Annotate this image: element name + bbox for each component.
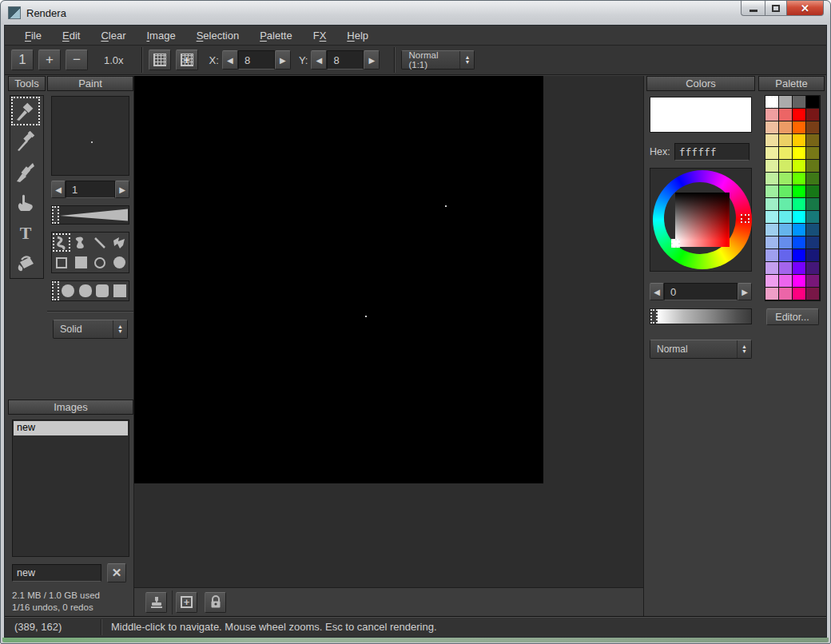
palette-swatch[interactable] xyxy=(805,146,820,160)
trans-value[interactable]: 0 xyxy=(664,283,738,300)
palette-swatch[interactable] xyxy=(778,121,793,134)
palette-swatch[interactable] xyxy=(805,121,820,134)
stroke-weight-slider[interactable] xyxy=(51,205,129,225)
menu-palette[interactable]: Palette xyxy=(249,27,303,44)
brush-size-value[interactable]: 1 xyxy=(66,181,115,198)
palette-swatch[interactable] xyxy=(778,287,793,300)
palette-swatch[interactable] xyxy=(765,197,779,211)
images-list[interactable]: new xyxy=(12,419,129,557)
minimize-button[interactable] xyxy=(741,1,765,16)
stroke-freehand-button[interactable] xyxy=(52,233,71,252)
trans-decrement[interactable]: ◀ xyxy=(650,283,664,300)
palette-swatch[interactable] xyxy=(765,159,779,173)
origin-button[interactable]: + xyxy=(176,592,197,613)
stroke-rect-button[interactable] xyxy=(52,252,71,272)
tool-paint-button[interactable] xyxy=(10,96,41,126)
palette-swatch[interactable] xyxy=(805,248,820,262)
tool-fill-button[interactable] xyxy=(10,248,41,278)
maximize-button[interactable] xyxy=(765,1,787,16)
palette-swatch[interactable] xyxy=(778,172,793,185)
blend-mode-dropdown[interactable]: Normal ▲▼ xyxy=(650,340,752,359)
tool-offset-button[interactable] xyxy=(10,187,41,217)
stroke-region-button[interactable] xyxy=(71,233,90,252)
palette-swatch[interactable] xyxy=(765,261,779,275)
palette-swatch[interactable] xyxy=(765,95,779,109)
tool-crop-button[interactable] xyxy=(10,157,41,187)
stroke-line-button[interactable] xyxy=(90,233,109,252)
grid-x-value[interactable]: 8 xyxy=(238,50,275,70)
stroke-polygon-button[interactable] xyxy=(109,233,129,252)
palette-swatch[interactable] xyxy=(792,95,806,109)
palette-swatch[interactable] xyxy=(792,236,806,249)
palette-swatch[interactable] xyxy=(765,274,779,288)
palette-swatch[interactable] xyxy=(805,274,820,288)
palette-swatch[interactable] xyxy=(765,210,779,224)
brush-size-increment[interactable]: ▶ xyxy=(115,181,129,198)
brush-size-decrement[interactable]: ◀ xyxy=(51,181,66,198)
palette-swatch[interactable] xyxy=(805,236,820,249)
clone-stamp-button[interactable] xyxy=(145,592,167,613)
zoom-out-button[interactable]: − xyxy=(66,50,88,70)
palette-editor-button[interactable]: Editor... xyxy=(766,308,819,325)
grid-y-value[interactable]: 8 xyxy=(327,50,364,70)
palette-swatch[interactable] xyxy=(765,185,779,198)
palette-swatch[interactable] xyxy=(765,108,779,121)
palette-swatch[interactable] xyxy=(778,210,793,224)
palette-swatch[interactable] xyxy=(805,287,820,300)
constrain-button[interactable] xyxy=(205,592,226,613)
palette-swatch[interactable] xyxy=(765,287,779,300)
palette-swatch[interactable] xyxy=(778,223,793,237)
grid-x-increment[interactable]: ▶ xyxy=(275,50,291,70)
stroke-oval-button[interactable] xyxy=(90,252,109,272)
palette-swatch[interactable] xyxy=(765,133,779,147)
zoom-one-button[interactable]: 1 xyxy=(11,50,34,70)
palette-swatch[interactable] xyxy=(765,223,779,237)
tool-getcolor-button[interactable] xyxy=(10,126,41,157)
brush-edge-slider[interactable] xyxy=(51,280,129,301)
palette-swatch[interactable] xyxy=(805,172,820,185)
palette-swatch[interactable] xyxy=(805,108,820,121)
menu-image[interactable]: Image xyxy=(136,27,185,44)
palette-swatch[interactable] xyxy=(765,236,779,249)
color-wheel[interactable] xyxy=(650,168,752,272)
grid-y-decrement[interactable]: ◀ xyxy=(311,50,327,70)
palette-swatch[interactable] xyxy=(778,236,793,249)
palette-swatch[interactable] xyxy=(792,261,806,275)
gradient-handle[interactable] xyxy=(650,309,658,324)
saturation-marker[interactable] xyxy=(671,239,680,248)
palette-swatch[interactable] xyxy=(792,108,806,121)
slider-handle[interactable] xyxy=(52,206,59,224)
palette-swatch[interactable] xyxy=(805,95,820,109)
paint-mode-dropdown[interactable]: Solid ▲▼ xyxy=(53,320,128,339)
trans-increment[interactable]: ▶ xyxy=(738,283,752,300)
canvas[interactable] xyxy=(134,76,543,483)
palette-swatch[interactable] xyxy=(805,210,820,224)
palette-swatch[interactable] xyxy=(778,248,793,262)
palette-swatch[interactable] xyxy=(792,121,806,134)
palette-swatch[interactable] xyxy=(792,146,806,160)
palette-swatch[interactable] xyxy=(805,223,820,237)
grid-snap-button[interactable] xyxy=(176,50,198,70)
palette-swatch[interactable] xyxy=(792,172,806,185)
palette-swatch[interactable] xyxy=(805,261,820,275)
palette-swatch[interactable] xyxy=(778,197,793,211)
close-image-button[interactable]: ✕ xyxy=(107,563,126,582)
palette-swatch[interactable] xyxy=(792,159,806,173)
menu-file[interactable]: File xyxy=(14,27,52,44)
menu-edit[interactable]: Edit xyxy=(52,27,90,44)
palette-swatch[interactable] xyxy=(792,210,806,224)
close-button[interactable]: ✕ xyxy=(787,1,824,16)
palette-swatch[interactable] xyxy=(792,223,806,237)
palette-swatch[interactable] xyxy=(805,185,820,198)
palette-swatch[interactable] xyxy=(765,172,779,185)
image-list-item[interactable]: new xyxy=(14,421,128,435)
stroke-filled-oval-button[interactable] xyxy=(109,252,129,272)
hex-input[interactable] xyxy=(674,143,749,161)
palette-swatch[interactable] xyxy=(778,261,793,275)
tool-text-button[interactable]: T xyxy=(10,217,41,248)
menu-selection[interactable]: Selection xyxy=(186,27,250,44)
palette-swatch[interactable] xyxy=(778,146,793,160)
menu-clear[interactable]: Clear xyxy=(90,27,136,44)
palette-swatch[interactable] xyxy=(805,133,820,147)
menu-fx[interactable]: FX xyxy=(303,27,337,44)
